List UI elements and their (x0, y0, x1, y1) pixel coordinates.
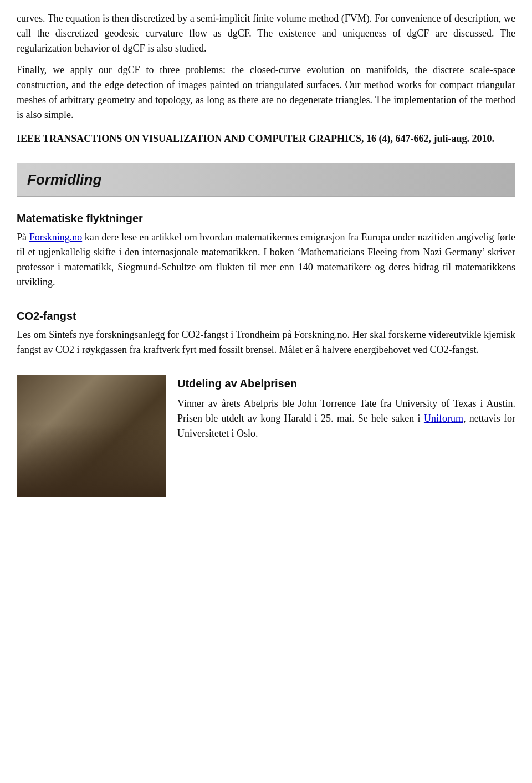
top-para2: Finally, we apply our dgCF to three prob… (17, 63, 515, 122)
abelprisen-image-inner (17, 375, 166, 497)
abelprisen-title: Utdeling av Abelprisen (177, 375, 515, 392)
journal-ref: IEEE TRANSACTIONS ON VISUALIZATION AND C… (17, 131, 515, 146)
flyktninger-body: På Forskning.no kan dere lese en artikke… (17, 230, 515, 290)
flyktninger-intro: På (17, 232, 29, 243)
abelprisen-image (17, 375, 166, 497)
forskning-link[interactable]: Forskning.no (29, 232, 83, 243)
abelprisen-text-block: Utdeling av Abelprisen Vinner av årets A… (177, 375, 515, 441)
section-abelprisen: Utdeling av Abelprisen Vinner av årets A… (17, 375, 515, 497)
top-section: curves. The equation is then discretized… (17, 11, 515, 146)
flyktninger-title: Matematiske flyktninger (17, 210, 515, 227)
top-para1: curves. The equation is then discretized… (17, 11, 515, 56)
uniforum-link[interactable]: Uniforum (424, 413, 463, 424)
flyktninger-text: kan dere lese en artikkel om hvordan mat… (17, 232, 515, 288)
formidling-header: Formidling (17, 163, 515, 197)
abelprisen-body: Vinner av årets Abelpris ble John Torren… (177, 396, 515, 441)
formidling-title: Formidling (27, 169, 505, 191)
co2-body: Les om Sintefs nye forskningsanlegg for … (17, 327, 515, 357)
section-flyktninger: Matematiske flyktninger På Forskning.no … (17, 210, 515, 290)
section-co2: CO2-fangst Les om Sintefs nye forsknings… (17, 308, 515, 357)
co2-title: CO2-fangst (17, 308, 515, 324)
